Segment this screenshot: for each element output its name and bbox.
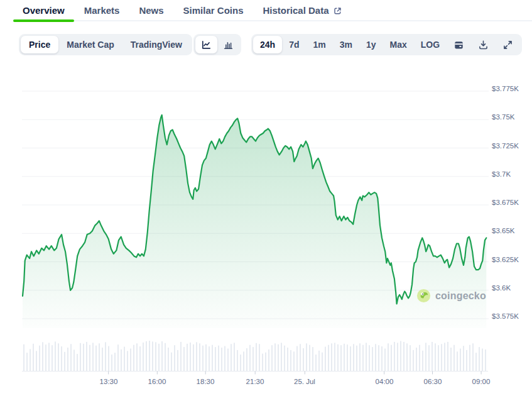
volume-bar xyxy=(419,345,420,371)
volume-bar xyxy=(67,348,68,371)
volume-bar xyxy=(469,345,470,371)
volume-bar xyxy=(287,348,288,371)
volume-bar xyxy=(127,351,128,371)
volume-bar xyxy=(177,350,178,371)
volume-bar xyxy=(413,350,414,371)
volume-bar xyxy=(447,342,448,371)
volume-bar xyxy=(52,345,53,371)
volume-bar xyxy=(234,343,235,371)
volume-bar xyxy=(422,351,423,371)
volume-bar xyxy=(312,347,313,371)
volume-bar xyxy=(45,344,46,371)
volume-bar xyxy=(331,343,332,371)
volume-bar xyxy=(105,342,106,371)
volume-bar xyxy=(196,342,197,371)
volume-bar xyxy=(224,346,225,371)
volume-bar xyxy=(146,341,147,371)
y-axis-label: $3.675K xyxy=(492,199,531,206)
volume-bar xyxy=(271,345,273,371)
volume-bar xyxy=(174,345,175,371)
volume-bar xyxy=(438,345,439,371)
volume-bar xyxy=(117,344,119,371)
x-axis-label: 09:00 xyxy=(461,378,501,385)
volume-bar xyxy=(205,344,207,371)
volume-bar xyxy=(77,354,78,371)
volume-bar xyxy=(64,352,65,371)
volume-bar xyxy=(309,345,310,371)
volume-bar xyxy=(406,343,408,371)
volume-bar xyxy=(187,344,188,371)
volume-bar xyxy=(262,354,263,371)
volume-bar xyxy=(158,344,160,371)
coingecko-watermark: coingecko xyxy=(416,289,486,303)
volume-bar xyxy=(394,342,395,371)
volume-bar xyxy=(243,351,244,371)
volume-bar xyxy=(183,347,185,371)
volume-bar xyxy=(256,343,257,371)
volume-bar xyxy=(92,343,94,371)
x-axis-label: 04:00 xyxy=(364,378,404,385)
x-axis-label: 18:30 xyxy=(185,378,225,385)
volume-bar xyxy=(221,348,222,371)
volume-bar xyxy=(42,342,43,371)
volume-bar xyxy=(457,351,458,371)
watermark-label: coingecko xyxy=(435,290,486,302)
volume-bar xyxy=(403,342,404,371)
volume-bar xyxy=(300,344,301,371)
volume-bar xyxy=(356,346,357,371)
volume-bar xyxy=(26,353,28,371)
volume-bar xyxy=(133,345,134,371)
volume-bar xyxy=(444,343,445,371)
volume-bar xyxy=(143,343,144,371)
volume-bar xyxy=(89,345,90,371)
volume-bar xyxy=(432,342,433,371)
volume-bar xyxy=(249,345,251,371)
y-axis-label: $3.575K xyxy=(492,312,531,320)
volume-bar xyxy=(303,348,304,371)
volume-bar xyxy=(378,345,379,371)
volume-bar xyxy=(95,346,97,371)
volume-bar xyxy=(485,349,486,371)
volume-bar xyxy=(121,349,122,371)
volume-bar xyxy=(48,343,50,371)
volume-bar xyxy=(227,349,229,371)
volume-bar xyxy=(73,349,75,371)
volume-bar xyxy=(246,348,247,371)
volume-bar xyxy=(70,344,72,371)
volume-bar xyxy=(268,349,269,371)
volume-bar xyxy=(475,353,477,371)
volume-bar xyxy=(482,349,483,371)
volume-bar xyxy=(322,353,323,371)
volume-bar xyxy=(372,347,373,371)
x-axis-label: 13:30 xyxy=(89,378,129,385)
volume-bar xyxy=(366,343,367,371)
price-chart[interactable] xyxy=(0,0,532,396)
volume-bar xyxy=(39,346,40,371)
volume-bar xyxy=(375,344,376,371)
volume-bar xyxy=(199,343,200,371)
volume-bar xyxy=(139,346,141,371)
volume-bar xyxy=(171,353,172,371)
volume-bar xyxy=(460,349,461,371)
volume-bar xyxy=(391,345,392,371)
y-axis-label: $3.725K xyxy=(492,142,531,150)
y-axis-label: $3.625K xyxy=(492,256,531,263)
volume-bar xyxy=(202,346,204,371)
volume-bar xyxy=(265,353,266,371)
volume-bar xyxy=(274,343,276,371)
volume-bar xyxy=(155,342,156,371)
y-axis-label: $3.75K xyxy=(492,113,531,121)
volume-bar xyxy=(130,349,131,371)
volume-bar xyxy=(161,341,163,371)
volume-bar xyxy=(36,351,37,371)
volume-bar xyxy=(252,347,254,371)
volume-bar xyxy=(231,344,232,371)
volume-bar xyxy=(102,348,103,371)
volume-bar xyxy=(237,350,238,371)
x-axis-label: 25. Jul xyxy=(285,378,325,385)
volume-bar xyxy=(450,348,452,371)
volume-bar xyxy=(435,343,436,371)
volume-bar xyxy=(30,349,31,371)
volume-bar xyxy=(344,344,345,371)
volume-bar xyxy=(400,341,401,371)
